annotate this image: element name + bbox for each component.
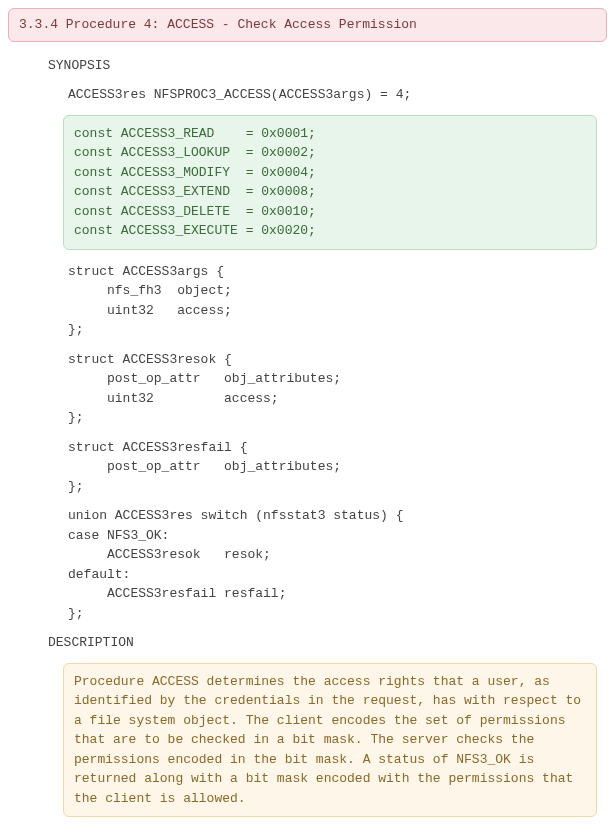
description-label: DESCRIPTION [8,633,607,653]
union-access3res: union ACCESS3res switch (nfsstat3 status… [8,506,607,623]
constants-box: const ACCESS3_READ = 0x0001; const ACCES… [63,115,597,250]
signature-line: ACCESS3res NFSPROC3_ACCESS(ACCESS3args) … [8,85,607,105]
struct-access3resok: struct ACCESS3resok { post_op_attr obj_a… [8,350,607,428]
synopsis-label: SYNOPSIS [8,56,607,76]
section-header-text: 3.3.4 Procedure 4: ACCESS - Check Access… [19,17,417,32]
struct-access3resfail: struct ACCESS3resfail { post_op_attr obj… [8,438,607,497]
struct-access3args: struct ACCESS3args { nfs_fh3 object; uin… [8,262,607,340]
description-box: Procedure ACCESS determines the access r… [63,663,597,818]
section-header: 3.3.4 Procedure 4: ACCESS - Check Access… [8,8,607,42]
